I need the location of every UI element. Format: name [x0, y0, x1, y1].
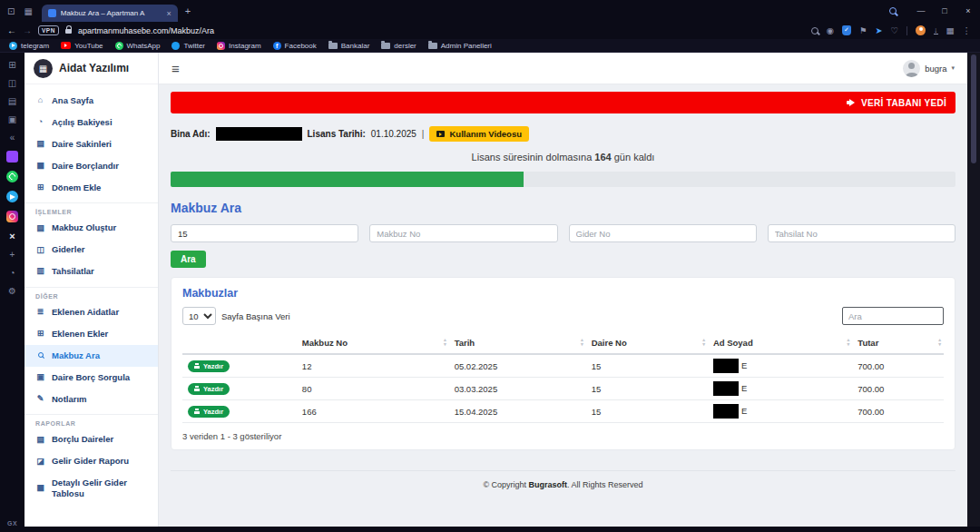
sidebar-item-daire-borclandir[interactable]: ▦Daire Borçlandır: [24, 155, 158, 177]
separator: |: [422, 129, 425, 139]
sidebar-item-acilis-bakiyesi[interactable]: ◔Açılış Bakiyesi: [24, 112, 158, 133]
pinboard-icon[interactable]: ▣: [8, 114, 16, 124]
sidebar-item-gelir-gider-raporu[interactable]: ◪Gelir Gider Raporu: [24, 450, 158, 472]
sidebar-item-eklenen-ekler[interactable]: ⊞Eklenen Ekler: [24, 323, 158, 345]
send-icon[interactable]: ➤: [876, 25, 883, 35]
page-size-select[interactable]: 10: [182, 307, 216, 325]
page-scrollbar[interactable]: [967, 53, 980, 532]
daire-no-column-header[interactable]: Daire No: [586, 332, 708, 354]
actions-column-header[interactable]: [182, 332, 297, 354]
extensions-icon[interactable]: ▦: [946, 25, 955, 35]
usage-video-button[interactable]: Kullanım Videosu: [429, 126, 529, 142]
history-icon[interactable]: ◔: [9, 268, 15, 278]
license-row: Bina Adı: Lisans Tarihi: 01.10.2025 | Ku…: [171, 126, 956, 142]
ad-soyad-column-header[interactable]: Ad Soyad: [708, 332, 852, 354]
makbuz-no-column-header[interactable]: Makbuz No: [297, 332, 449, 354]
sort-icon: [938, 338, 941, 346]
forward-icon[interactable]: →: [23, 25, 32, 35]
sidebar-item-daire-borc-sorgula[interactable]: ▣Daire Borç Sorgula: [24, 367, 158, 389]
profile-icon[interactable]: [916, 25, 926, 35]
sidebar-item-donem-ekle[interactable]: ⊞Dönem Ekle: [24, 177, 158, 199]
bookmark-facebook[interactable]: Facebook: [273, 42, 317, 50]
bookmark-instagram[interactable]: Instagram: [217, 42, 261, 50]
residents-icon: ▤: [35, 139, 45, 149]
sidebar-item-makbuz-olustur[interactable]: ▤Makbuz Oluştur: [24, 217, 158, 239]
print-button[interactable]: Yazdır: [188, 360, 230, 372]
search-button[interactable]: Ara: [171, 251, 206, 268]
hamburger-icon[interactable]: ≡: [172, 61, 180, 76]
sidebar-item-eklenen-aidatlar[interactable]: ≣Eklenen Aidatlar: [24, 301, 158, 323]
snapshot-icon[interactable]: ◉: [827, 25, 834, 35]
search-icon[interactable]: [811, 27, 818, 34]
vpn-badge[interactable]: VPN: [38, 25, 59, 35]
tab-overview-icon[interactable]: ▦: [24, 6, 32, 16]
sidebar-item-daire-sakinleri[interactable]: ▤Daire Sakinleri: [24, 133, 158, 155]
sidebar-section-islemler: İŞLEMLER: [24, 202, 158, 217]
back-icon[interactable]: ←: [7, 25, 16, 35]
app-sidebar: ▦ Aidat Yazılımı ⌂Ana Sayfa ◔Açılış Baki…: [24, 53, 159, 527]
lock-icon[interactable]: [65, 29, 72, 34]
download-icon[interactable]: ↓: [934, 26, 938, 34]
twitch-icon[interactable]: [6, 151, 18, 163]
browser-menu-icon[interactable]: ⊡: [7, 6, 15, 16]
maximize-button[interactable]: □: [933, 6, 956, 15]
url-text[interactable]: apartmanmuhasebe.com/Makbuz/Ara: [78, 26, 214, 35]
sidebar-item-notlarim[interactable]: ✎Notlarım: [24, 389, 158, 410]
collapse-icon[interactable]: «: [10, 133, 15, 143]
makbuz-no-input[interactable]: [369, 224, 557, 242]
facebook-icon: [273, 42, 281, 50]
gider-no-input[interactable]: [569, 224, 757, 242]
sidebar-item-giderler[interactable]: ◫Giderler: [24, 239, 158, 261]
add-service-icon[interactable]: +: [10, 250, 15, 260]
video-icon: [436, 131, 445, 137]
bookmark-folder-bankalar[interactable]: Bankalar: [328, 42, 370, 50]
player-icon[interactable]: ▤: [8, 96, 16, 106]
print-button[interactable]: Yazdır: [188, 383, 230, 395]
bookmark-twitter[interactable]: Twitter: [172, 42, 205, 50]
sidebar-item-detayli-gelir-gider-tablosu[interactable]: ▦Detaylı Gelir Gider Tablosu: [24, 472, 158, 505]
flag-icon[interactable]: ⚑: [859, 25, 867, 35]
x-sidebar-icon[interactable]: ×: [9, 231, 15, 241]
print-button[interactable]: Yazdır: [188, 406, 230, 418]
shield-check-icon[interactable]: [842, 25, 851, 35]
user-name: bugra: [925, 64, 946, 74]
debt-query-icon: ▣: [35, 372, 45, 382]
user-menu[interactable]: bugra ▾: [903, 60, 955, 77]
instagram-sidebar-icon[interactable]: [6, 211, 18, 222]
close-button[interactable]: ×: [956, 6, 980, 15]
tutar-column-header[interactable]: Tutar: [852, 332, 944, 354]
bookmark-whatsapp[interactable]: WhatsApp: [115, 42, 161, 50]
daire-no-input[interactable]: [171, 224, 358, 242]
telegram-sidebar-icon[interactable]: [6, 191, 18, 202]
app-logo-row[interactable]: ▦ Aidat Yazılımı: [24, 53, 158, 84]
speed-dial-icon[interactable]: ⊞: [8, 60, 15, 70]
table-filter-input[interactable]: [842, 307, 944, 325]
bookmark-folder-admin-panelleri[interactable]: Admin Panelleri: [428, 42, 492, 50]
bookmark-folder-dersler[interactable]: dersler: [381, 42, 416, 50]
settings-icon[interactable]: ⚙: [8, 286, 16, 296]
sidebar-item-borclu-daireler[interactable]: ▤Borçlu Daireler: [24, 429, 158, 450]
tarih-column-header[interactable]: Tarih: [449, 332, 586, 354]
tutar-cell: 700.00: [852, 400, 944, 423]
tarih-cell: 03.03.2025: [449, 378, 586, 400]
sidebar-item-makbuz-ara[interactable]: Makbuz Ara: [24, 345, 158, 367]
minimize-button[interactable]: —: [909, 6, 933, 15]
overflow-menu-icon[interactable]: ⋮: [963, 25, 972, 35]
scrollbar-thumb[interactable]: [971, 54, 976, 163]
messages-icon[interactable]: ◫: [8, 78, 16, 88]
new-tab-button[interactable]: +: [185, 5, 191, 16]
tahsilat-no-input[interactable]: [768, 224, 956, 242]
bookmark-youtube[interactable]: YouTube: [61, 42, 103, 50]
browser-tab[interactable]: Makbuz Ara – Apartman A ×: [42, 5, 178, 22]
sidebar-item-ana-sayfa[interactable]: ⌂Ana Sayfa: [24, 90, 158, 112]
backup-banner[interactable]: VERİ TABANI YEDİ: [171, 92, 956, 113]
bookmark-telegram[interactable]: telegram: [9, 42, 49, 50]
debtors-icon: ▤: [35, 435, 45, 445]
sidebar-item-tahsilatlar[interactable]: ▥Tahsilatlar: [24, 261, 158, 282]
whatsapp-sidebar-icon[interactable]: [6, 171, 18, 182]
browser-search-icon[interactable]: [889, 7, 897, 15]
sidebar-nav: ⌂Ana Sayfa ◔Açılış Bakiyesi ▤Daire Sakin…: [24, 84, 158, 505]
tab-close-icon[interactable]: ×: [167, 9, 172, 18]
gx-logo[interactable]: GX: [7, 520, 17, 527]
heart-icon[interactable]: ♡: [890, 25, 898, 35]
